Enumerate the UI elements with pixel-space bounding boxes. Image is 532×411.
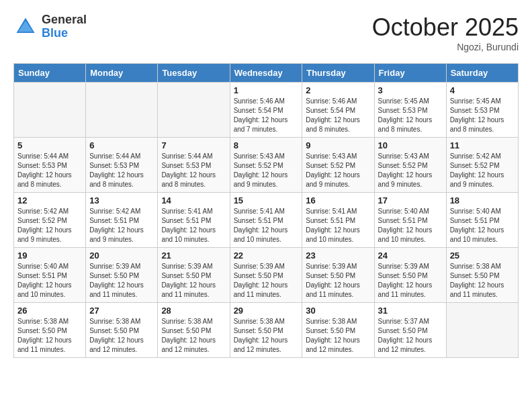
day-number: 26 — [17, 306, 82, 316]
day-info: Sunrise: 5:38 AM Sunset: 5:50 PM Dayligh… — [89, 317, 154, 355]
weekday-header-thursday: Thursday — [302, 64, 374, 83]
calendar-cell: 1Sunrise: 5:46 AM Sunset: 5:54 PM Daylig… — [230, 83, 302, 138]
calendar-cell: 24Sunrise: 5:39 AM Sunset: 5:50 PM Dayli… — [374, 248, 446, 303]
weekday-header-saturday: Saturday — [446, 64, 518, 83]
day-info: Sunrise: 5:43 AM Sunset: 5:52 PM Dayligh… — [306, 152, 370, 189]
day-info: Sunrise: 5:42 AM Sunset: 5:52 PM Dayligh… — [450, 152, 515, 189]
day-number: 19 — [17, 250, 82, 261]
calendar-cell: 8Sunrise: 5:43 AM Sunset: 5:52 PM Daylig… — [230, 138, 302, 193]
calendar-cell — [158, 83, 230, 138]
day-number: 13 — [89, 195, 154, 205]
calendar-week-row: 12Sunrise: 5:42 AM Sunset: 5:52 PM Dayli… — [14, 193, 519, 248]
calendar-cell: 9Sunrise: 5:43 AM Sunset: 5:52 PM Daylig… — [302, 138, 374, 193]
calendar-cell: 10Sunrise: 5:43 AM Sunset: 5:52 PM Dayli… — [374, 138, 446, 193]
day-info: Sunrise: 5:39 AM Sunset: 5:50 PM Dayligh… — [161, 262, 226, 300]
day-info: Sunrise: 5:39 AM Sunset: 5:50 PM Dayligh… — [306, 262, 370, 300]
calendar-cell: 31Sunrise: 5:37 AM Sunset: 5:50 PM Dayli… — [374, 303, 446, 358]
calendar-cell — [446, 303, 518, 358]
calendar-cell: 18Sunrise: 5:40 AM Sunset: 5:51 PM Dayli… — [446, 193, 518, 248]
day-info: Sunrise: 5:44 AM Sunset: 5:53 PM Dayligh… — [17, 152, 82, 189]
logo-general-text: General — [42, 13, 87, 27]
day-info: Sunrise: 5:37 AM Sunset: 5:50 PM Dayligh… — [378, 317, 443, 355]
day-info: Sunrise: 5:40 AM Sunset: 5:51 PM Dayligh… — [450, 207, 515, 244]
day-number: 25 — [450, 250, 515, 261]
day-number: 22 — [234, 250, 299, 261]
logo: General Blue — [13, 13, 87, 40]
calendar-week-row: 5Sunrise: 5:44 AM Sunset: 5:53 PM Daylig… — [14, 138, 519, 193]
day-number: 14 — [161, 195, 226, 205]
calendar-cell: 14Sunrise: 5:41 AM Sunset: 5:51 PM Dayli… — [158, 193, 230, 248]
day-info: Sunrise: 5:38 AM Sunset: 5:50 PM Dayligh… — [161, 317, 226, 355]
calendar-cell: 16Sunrise: 5:41 AM Sunset: 5:51 PM Dayli… — [302, 193, 374, 248]
day-number: 27 — [89, 306, 154, 316]
weekday-header-monday: Monday — [86, 64, 158, 83]
calendar-cell: 11Sunrise: 5:42 AM Sunset: 5:52 PM Dayli… — [446, 138, 518, 193]
calendar-cell: 12Sunrise: 5:42 AM Sunset: 5:52 PM Dayli… — [14, 193, 86, 248]
calendar-cell: 21Sunrise: 5:39 AM Sunset: 5:50 PM Dayli… — [158, 248, 230, 303]
calendar-cell: 22Sunrise: 5:39 AM Sunset: 5:50 PM Dayli… — [230, 248, 302, 303]
day-info: Sunrise: 5:46 AM Sunset: 5:54 PM Dayligh… — [234, 97, 299, 134]
day-number: 5 — [17, 140, 82, 150]
day-number: 23 — [306, 250, 370, 261]
weekday-header-sunday: Sunday — [14, 64, 86, 83]
day-info: Sunrise: 5:42 AM Sunset: 5:51 PM Dayligh… — [89, 207, 154, 244]
calendar-cell: 5Sunrise: 5:44 AM Sunset: 5:53 PM Daylig… — [14, 138, 86, 193]
day-number: 31 — [378, 306, 443, 316]
day-number: 20 — [89, 250, 154, 261]
weekday-header-wednesday: Wednesday — [230, 64, 302, 83]
day-number: 6 — [89, 140, 154, 150]
page-header: General Blue October 2025 Ngozi, Burundi — [13, 13, 519, 52]
day-number: 1 — [234, 85, 299, 95]
calendar-week-row: 1Sunrise: 5:46 AM Sunset: 5:54 PM Daylig… — [14, 83, 519, 138]
weekday-header-row: SundayMondayTuesdayWednesdayThursdayFrid… — [14, 64, 519, 83]
day-number: 24 — [378, 250, 443, 261]
day-info: Sunrise: 5:41 AM Sunset: 5:51 PM Dayligh… — [234, 207, 299, 244]
day-number: 12 — [17, 195, 82, 205]
calendar-cell: 13Sunrise: 5:42 AM Sunset: 5:51 PM Dayli… — [86, 193, 158, 248]
day-info: Sunrise: 5:41 AM Sunset: 5:51 PM Dayligh… — [161, 207, 226, 244]
day-info: Sunrise: 5:38 AM Sunset: 5:50 PM Dayligh… — [234, 317, 299, 355]
logo-blue-text: Blue — [42, 27, 87, 40]
day-number: 30 — [306, 306, 370, 316]
day-number: 21 — [161, 250, 226, 261]
title-block: October 2025 Ngozi, Burundi — [372, 13, 519, 52]
day-info: Sunrise: 5:39 AM Sunset: 5:50 PM Dayligh… — [89, 262, 154, 300]
day-info: Sunrise: 5:44 AM Sunset: 5:53 PM Dayligh… — [89, 152, 154, 189]
month-title: October 2025 — [372, 13, 519, 42]
calendar-cell: 20Sunrise: 5:39 AM Sunset: 5:50 PM Dayli… — [86, 248, 158, 303]
calendar-cell: 3Sunrise: 5:45 AM Sunset: 5:53 PM Daylig… — [374, 83, 446, 138]
day-info: Sunrise: 5:39 AM Sunset: 5:50 PM Dayligh… — [378, 262, 443, 300]
day-info: Sunrise: 5:38 AM Sunset: 5:50 PM Dayligh… — [450, 262, 515, 300]
day-info: Sunrise: 5:43 AM Sunset: 5:52 PM Dayligh… — [378, 152, 443, 189]
day-info: Sunrise: 5:39 AM Sunset: 5:50 PM Dayligh… — [234, 262, 299, 300]
day-info: Sunrise: 5:38 AM Sunset: 5:50 PM Dayligh… — [306, 317, 370, 355]
day-info: Sunrise: 5:41 AM Sunset: 5:51 PM Dayligh… — [306, 207, 370, 244]
day-info: Sunrise: 5:45 AM Sunset: 5:53 PM Dayligh… — [450, 97, 515, 134]
day-info: Sunrise: 5:42 AM Sunset: 5:52 PM Dayligh… — [17, 207, 82, 244]
day-info: Sunrise: 5:44 AM Sunset: 5:53 PM Dayligh… — [161, 152, 226, 189]
calendar-cell: 28Sunrise: 5:38 AM Sunset: 5:50 PM Dayli… — [158, 303, 230, 358]
day-number: 4 — [450, 85, 515, 95]
day-number: 17 — [378, 195, 443, 205]
day-info: Sunrise: 5:40 AM Sunset: 5:51 PM Dayligh… — [17, 262, 82, 300]
day-number: 2 — [306, 85, 370, 95]
calendar-cell: 23Sunrise: 5:39 AM Sunset: 5:50 PM Dayli… — [302, 248, 374, 303]
calendar-cell: 25Sunrise: 5:38 AM Sunset: 5:50 PM Dayli… — [446, 248, 518, 303]
calendar-cell: 17Sunrise: 5:40 AM Sunset: 5:51 PM Dayli… — [374, 193, 446, 248]
day-number: 28 — [161, 306, 226, 316]
calendar-week-row: 19Sunrise: 5:40 AM Sunset: 5:51 PM Dayli… — [14, 248, 519, 303]
weekday-header-friday: Friday — [374, 64, 446, 83]
day-number: 8 — [234, 140, 299, 150]
day-number: 16 — [306, 195, 370, 205]
calendar-cell — [86, 83, 158, 138]
day-number: 29 — [234, 306, 299, 316]
weekday-header-tuesday: Tuesday — [158, 64, 230, 83]
day-info: Sunrise: 5:45 AM Sunset: 5:53 PM Dayligh… — [378, 97, 443, 134]
calendar-cell: 29Sunrise: 5:38 AM Sunset: 5:50 PM Dayli… — [230, 303, 302, 358]
calendar-cell: 19Sunrise: 5:40 AM Sunset: 5:51 PM Dayli… — [14, 248, 86, 303]
calendar-cell: 27Sunrise: 5:38 AM Sunset: 5:50 PM Dayli… — [86, 303, 158, 358]
calendar-cell — [14, 83, 86, 138]
calendar-cell: 6Sunrise: 5:44 AM Sunset: 5:53 PM Daylig… — [86, 138, 158, 193]
day-info: Sunrise: 5:40 AM Sunset: 5:51 PM Dayligh… — [378, 207, 443, 244]
logo-icon — [13, 15, 38, 39]
